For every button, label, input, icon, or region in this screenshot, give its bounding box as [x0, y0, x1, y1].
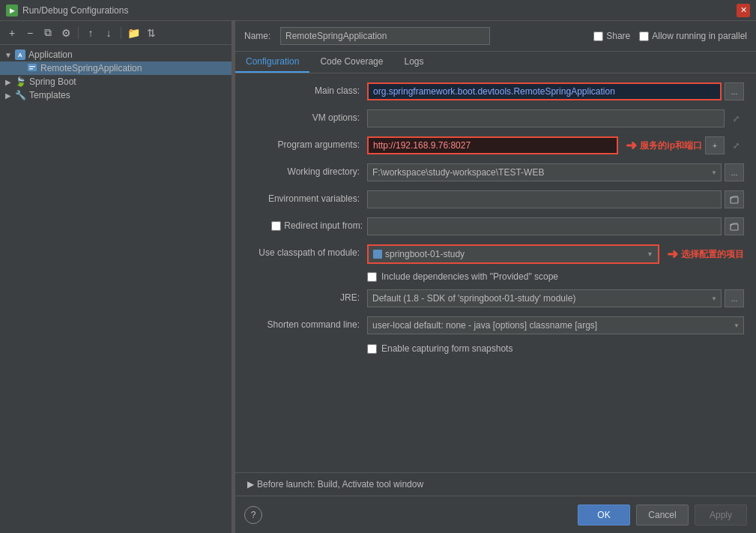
jre-browse-button[interactable]: ...	[725, 289, 744, 307]
title-bar-left: ▶ Run/Debug Configurations	[6, 4, 128, 16]
main-class-row: Main class: ...	[247, 82, 744, 102]
close-button[interactable]: ✕	[737, 4, 750, 17]
program-args-input[interactable]	[367, 136, 618, 154]
jre-select-wrapper: Default (1.8 - SDK of 'springboot-01-stu…	[367, 289, 722, 307]
ok-button[interactable]: OK	[578, 505, 630, 526]
tab-configuration[interactable]: Configuration	[235, 52, 309, 73]
tree-remote-spring-app[interactable]: RemoteSpringApplication	[0, 61, 232, 75]
include-deps-checkbox[interactable]	[367, 272, 377, 282]
app-icon: ▶	[6, 4, 18, 16]
sort-button[interactable]: ⇅	[144, 25, 159, 40]
redirect-browse-button[interactable]	[725, 217, 744, 235]
jre-select[interactable]: Default (1.8 - SDK of 'springboot-01-stu…	[367, 289, 722, 307]
tree-templates-group[interactable]: ▶ 🔧 Templates	[0, 88, 232, 102]
before-launch-arrow: ▶	[247, 479, 254, 490]
classpath-arrow-annotation: 选择配置的项目	[667, 246, 744, 262]
expand-arrow: ▼	[4, 51, 12, 59]
classpath-value: springboot-01-study	[385, 249, 465, 259]
share-checkbox[interactable]	[593, 31, 603, 41]
templates-icon: 🔧	[15, 90, 26, 100]
application-group-label: Application	[28, 49, 73, 60]
before-launch-label: Before launch: Build, Activate tool wind…	[257, 479, 423, 490]
jre-controls: Default (1.8 - SDK of 'springboot-01-stu…	[367, 289, 744, 307]
tab-logs[interactable]: Logs	[393, 52, 434, 73]
separator2	[121, 27, 121, 39]
share-label: Share	[606, 31, 630, 41]
shorten-cmd-row: Shorten command line: user-local default…	[247, 316, 744, 336]
tree-application-group[interactable]: ▼ A Application	[0, 48, 232, 61]
env-vars-input[interactable]	[367, 190, 722, 208]
separator	[78, 27, 79, 39]
jre-label: JRE:	[247, 289, 367, 303]
include-deps-label: Include dependencies with "Provided" sco…	[381, 271, 558, 282]
vm-options-input[interactable]	[367, 109, 725, 127]
help-button[interactable]: ?	[244, 506, 262, 524]
program-args-expand-button[interactable]: ⤢	[728, 137, 744, 154]
remote-spring-app-label: RemoteSpringApplication	[40, 63, 142, 73]
program-args-add-button[interactable]: +	[705, 136, 725, 154]
svg-rect-1	[29, 66, 35, 67]
vm-options-controls: ⤢	[367, 109, 744, 127]
bottom-bar: ? OK Cancel Apply	[235, 496, 756, 533]
apply-button[interactable]: Apply	[695, 505, 747, 526]
allow-parallel-checkbox[interactable]	[639, 31, 649, 41]
config-icon	[27, 63, 37, 73]
name-right: Share Allow running in parallel	[593, 31, 747, 41]
env-vars-browse-button[interactable]	[725, 190, 744, 208]
jre-row: JRE: Default (1.8 - SDK of 'springboot-0…	[247, 289, 744, 309]
tree-area: ▼ A Application RemoteSpringApplication	[0, 45, 232, 533]
shorten-cmd-select[interactable]: user-local default: none - java [options…	[367, 316, 744, 334]
copy-button[interactable]: ⧉	[40, 25, 55, 40]
main-layout: + − ⧉ ⚙ ↑ ↓ 📁 ⇅ ▼ A Application	[0, 21, 756, 533]
enable-snapshots-checkbox[interactable]	[367, 344, 377, 354]
name-row: Name: Share Allow running in parallel	[235, 21, 756, 52]
redirect-input-label: Redirect input from:	[284, 220, 363, 231]
classpath-annotation-container: springboot-01-study ▼ 选择配置的项目	[367, 244, 744, 264]
classpath-label: Use classpath of module:	[247, 244, 367, 258]
classpath-controls: springboot-01-study ▼ 选择配置的项目	[367, 244, 744, 264]
spring-boot-icon: 🍃	[15, 76, 26, 87]
remove-button[interactable]: −	[22, 25, 37, 40]
vm-options-row: VM options: ⤢	[247, 109, 744, 129]
module-icon	[373, 250, 382, 259]
working-dir-wrapper	[367, 163, 722, 181]
right-panel: Name: Share Allow running in parallel Co…	[235, 21, 756, 533]
program-args-row: Program arguments: 服务的ip和端口 + ⤢	[247, 136, 744, 156]
name-input[interactable]	[280, 27, 490, 45]
before-launch-header[interactable]: ▶ Before launch: Build, Activate tool wi…	[247, 479, 744, 490]
working-dir-browse-button[interactable]: ...	[725, 163, 744, 181]
main-class-label: Main class:	[247, 82, 367, 96]
settings-button[interactable]: ⚙	[58, 25, 73, 40]
env-vars-label: Environment variables:	[247, 190, 367, 204]
main-class-browse-button[interactable]: ...	[725, 82, 744, 100]
move-down-button[interactable]: ↓	[101, 25, 116, 40]
classpath-module-dropdown[interactable]: springboot-01-study ▼	[367, 244, 659, 264]
classpath-row: Use classpath of module: springboot-01-s…	[247, 244, 744, 264]
spring-boot-label: Spring Boot	[29, 76, 76, 87]
config-content: Main class: ... VM options: ⤢ Program ar…	[235, 73, 756, 472]
move-up-button[interactable]: ↑	[83, 25, 98, 40]
svg-rect-0	[28, 64, 37, 71]
redirect-input-row: Redirect input from:	[247, 217, 744, 237]
folder-button[interactable]: 📁	[126, 25, 141, 40]
redirect-input-checkbox[interactable]	[271, 221, 281, 231]
cancel-button[interactable]: Cancel	[636, 505, 689, 526]
env-vars-row: Environment variables:	[247, 190, 744, 210]
program-args-annotation-container: 服务的ip和端口	[367, 136, 702, 154]
templates-arrow: ▶	[4, 91, 12, 100]
enable-snapshots-row: Enable capturing form snapshots	[247, 343, 744, 354]
main-class-input[interactable]	[367, 82, 722, 100]
tree-spring-boot-group[interactable]: ▶ 🍃 Spring Boot	[0, 75, 232, 88]
add-button[interactable]: +	[4, 25, 19, 40]
working-dir-row: Working directory: ...	[247, 163, 744, 183]
shorten-cmd-controls: user-local default: none - java [options…	[367, 316, 744, 334]
application-icon: A	[15, 49, 25, 60]
templates-label: Templates	[29, 90, 70, 100]
tab-code-coverage[interactable]: Code Coverage	[309, 52, 393, 73]
redirect-input-field[interactable]	[367, 217, 722, 235]
working-dir-input[interactable]	[367, 163, 722, 181]
vm-options-expand-button[interactable]: ⤢	[728, 110, 744, 127]
redirect-controls	[367, 217, 744, 235]
share-checkbox-group: Share	[593, 31, 630, 41]
window-title: Run/Debug Configurations	[22, 5, 128, 16]
